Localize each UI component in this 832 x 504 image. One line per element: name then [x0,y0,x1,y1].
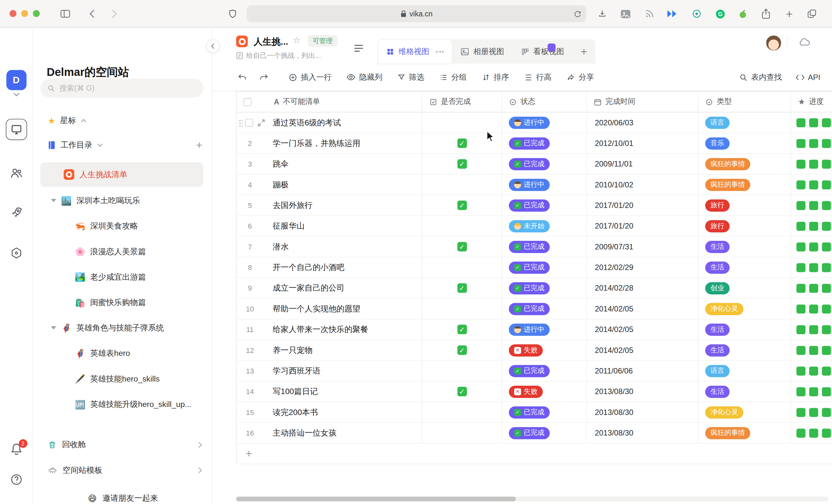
title-cell[interactable]: 13学习西班牙语 [237,361,422,381]
title-cell[interactable]: 2学一门乐器，并熟练运用 [237,133,422,153]
notifications-bell-icon[interactable]: 2 [10,443,23,456]
column-header-status[interactable]: 状态 [502,92,587,112]
title-cell[interactable]: 通过英语6级的考试 [237,112,422,133]
sidebar-item[interactable]: 🛍️闺蜜快乐购物篇 [33,290,208,315]
date-cell[interactable]: 2013/08/30 [587,402,698,422]
done-cell[interactable] [422,216,502,236]
sidebar-toggle-icon[interactable] [58,7,72,21]
column-header-done[interactable]: 是否完成 [422,92,502,112]
type-cell[interactable]: 净化心灵 [698,402,791,422]
type-cell[interactable]: 生活 [698,381,791,402]
close-button[interactable] [10,10,17,17]
sidebar-item[interactable]: 🦸英雄角色与技能子弹系统 [33,315,208,340]
progress-cell[interactable] [791,257,832,277]
row-height-button[interactable]: 行高 [524,72,552,82]
search-input[interactable] [59,84,197,92]
done-cell[interactable]: ✓ [422,319,502,340]
grammarly-button[interactable]: G [713,7,727,21]
done-cell[interactable] [422,299,502,319]
downloads-button[interactable] [595,7,609,21]
title-cell[interactable]: 10帮助一个人实现他的愿望 [237,299,422,319]
workspace-switcher-chevron-icon[interactable] [13,92,19,97]
ext-fastforward-button[interactable] [666,7,679,21]
chevron-right-icon[interactable] [198,467,202,474]
progress-cell[interactable] [791,402,832,422]
date-cell[interactable]: 2017/01/20 [587,195,698,215]
done-cell[interactable]: ✓ [422,237,502,257]
contacts-icon[interactable] [10,166,23,180]
progress-cell[interactable] [791,361,832,381]
explore-rocket-icon[interactable] [10,206,23,219]
sidebar-item[interactable]: 🖋️英雄技能hero_skills [33,366,208,392]
help-icon[interactable] [10,473,23,486]
templates-item[interactable]: 空间站模板 [48,461,202,479]
status-cell[interactable]: ✓已完成 [502,237,587,257]
type-cell[interactable]: 净化心灵 [698,299,791,319]
scrollbar-thumb[interactable] [236,497,516,501]
type-cell[interactable]: 旅行 [698,195,791,215]
date-cell[interactable]: 2009/07/31 [587,237,698,257]
title-cell[interactable]: 11给家人带来一次快乐的聚餐 [237,319,422,340]
title-cell[interactable]: 5去国外旅行 [237,195,422,215]
progress-cell[interactable] [791,195,832,215]
type-cell[interactable]: 生活 [698,237,791,257]
drag-handle-icon[interactable] [239,119,243,127]
chevron-right-icon[interactable] [198,441,202,448]
done-cell[interactable]: ✓ [422,133,502,153]
progress-cell[interactable] [791,216,832,236]
tab-gallery-view[interactable]: 相册视图 [452,39,513,64]
workbench-icon[interactable] [5,119,27,140]
share-button[interactable] [759,7,773,21]
sidebar-item[interactable]: 🦐深圳美食攻略 [33,213,208,239]
date-cell[interactable]: 2011/06/06 [587,361,698,381]
title-cell[interactable]: 4蹦极 [237,175,422,195]
minimize-button[interactable] [21,10,28,17]
sidebar-item[interactable]: 🏞️老少咸宜出游篇 [33,264,208,290]
status-cell[interactable]: 进行中 [502,319,587,340]
done-cell[interactable] [422,402,502,422]
filter-button[interactable]: 筛选 [397,72,424,82]
horizontal-scrollbar[interactable] [236,497,828,501]
status-cell[interactable]: ✓已完成 [502,278,587,298]
sidebar-item[interactable]: 🏙️深圳本土吃喝玩乐 [33,188,208,213]
ext-image-button[interactable] [619,7,632,21]
type-cell[interactable]: 语言 [698,361,791,381]
chevron-up-icon[interactable] [81,118,86,123]
type-cell[interactable]: 创业 [698,278,791,298]
status-cell[interactable]: 进行中 [502,112,587,133]
expand-caret-icon[interactable] [51,199,56,202]
ext-leaf-button[interactable] [736,7,750,21]
status-cell[interactable]: 未开始 [502,216,587,236]
date-cell[interactable]: 2012/02/29 [587,257,698,277]
title-cell[interactable]: 14写100篇日记 [237,381,422,402]
forward-button[interactable] [108,7,122,21]
column-header-type[interactable]: 类型 [698,92,791,112]
type-cell[interactable]: 生活 [698,319,791,340]
progress-cell[interactable] [791,299,832,319]
collaborator-avatar[interactable] [766,35,782,51]
status-cell[interactable]: ✓已完成 [502,133,587,153]
progress-cell[interactable] [791,340,832,360]
date-cell[interactable]: 2017/01/20 [587,216,698,236]
share-view-button[interactable]: 分享 [567,72,594,82]
new-tab-button[interactable] [782,7,796,21]
undo-button[interactable] [238,72,247,82]
column-header-progress[interactable]: ★ 进度 [791,92,832,112]
select-all-checkbox[interactable] [244,98,252,106]
tab-grid-view[interactable]: 维格视图 [378,39,452,64]
invite-friends-item[interactable]: 😄 邀请朋友一起来 [33,489,211,504]
status-cell[interactable]: 进行中 [502,175,587,195]
chevron-down-icon[interactable] [97,143,103,147]
tab-overview-button[interactable] [805,7,819,21]
group-button[interactable]: 分组 [439,72,467,82]
privacy-shield-icon[interactable] [225,7,239,21]
status-cell[interactable]: ✓已完成 [502,361,587,381]
status-cell[interactable]: ✓已完成 [502,299,587,319]
expand-record-icon[interactable] [258,119,265,126]
title-cell[interactable]: 15读完200本书 [237,402,422,422]
date-cell[interactable]: 2013/08/30 [587,423,698,443]
type-cell[interactable]: 疯狂的事情 [698,423,791,443]
date-cell[interactable]: 2014/02/05 [587,319,698,340]
title-cell[interactable]: 6征服华山 [237,216,422,236]
type-cell[interactable]: 语言 [698,112,791,133]
